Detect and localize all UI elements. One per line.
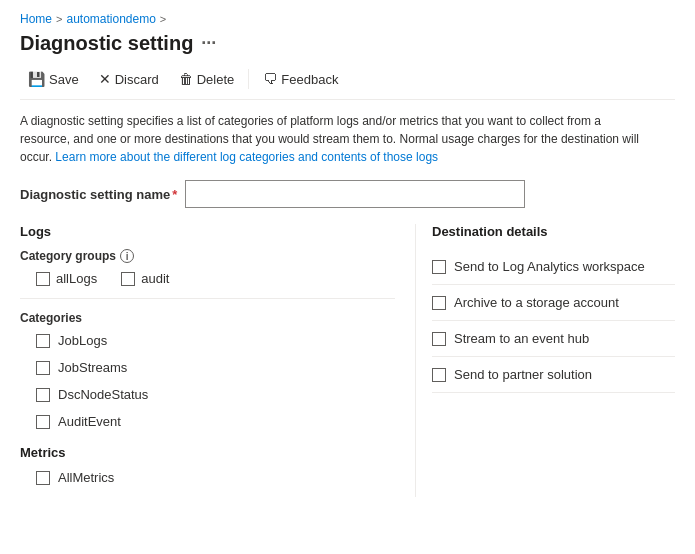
dest-event-hub: Stream to an event hub <box>432 321 675 357</box>
dest-storage-account: Archive to a storage account <box>432 285 675 321</box>
storage-account-checkbox[interactable] <box>432 296 446 310</box>
checkbox-joblogs: JobLogs <box>20 333 395 348</box>
allmetrics-label: AllMetrics <box>58 470 114 485</box>
delete-icon: 🗑 <box>179 71 193 87</box>
page-title: Diagnostic setting <box>20 32 193 55</box>
delete-button[interactable]: 🗑 Delete <box>171 67 243 91</box>
dest-log-analytics: Send to Log Analytics workspace <box>432 249 675 285</box>
discard-icon: ✕ <box>99 71 111 87</box>
storage-account-label: Archive to a storage account <box>454 295 619 310</box>
diagnostic-name-row: Diagnostic setting name* <box>20 180 675 208</box>
save-button[interactable]: 💾 Save <box>20 67 87 91</box>
breadcrumb-sep1: > <box>56 13 62 25</box>
diagnostic-name-label: Diagnostic setting name* <box>20 187 177 202</box>
required-indicator: * <box>172 187 177 202</box>
page-header: Diagnostic setting ··· <box>20 32 675 55</box>
metrics-section-title: Metrics <box>20 445 395 460</box>
joblogs-label: JobLogs <box>58 333 107 348</box>
auditevent-checkbox[interactable] <box>36 415 50 429</box>
checkbox-jobstreams: JobStreams <box>20 360 395 375</box>
partner-solution-checkbox[interactable] <box>432 368 446 382</box>
more-options-icon[interactable]: ··· <box>201 33 216 54</box>
description-link[interactable]: Learn more about the different log categ… <box>55 150 438 164</box>
dscnodestatus-checkbox[interactable] <box>36 388 50 402</box>
discard-label: Discard <box>115 72 159 87</box>
partner-solution-label: Send to partner solution <box>454 367 592 382</box>
category-groups-list: allLogs audit <box>20 271 395 286</box>
joblogs-checkbox[interactable] <box>36 334 50 348</box>
audit-checkbox[interactable] <box>121 272 135 286</box>
toolbar-separator <box>248 69 249 89</box>
toolbar: 💾 Save ✕ Discard 🗑 Delete 🗨 Feedback <box>20 67 675 100</box>
category-groups-info-icon[interactable]: i <box>120 249 134 263</box>
diagnostic-name-input[interactable] <box>185 180 525 208</box>
category-groups-label: Category groups i <box>20 249 395 263</box>
metrics-section: Metrics AllMetrics <box>20 445 395 485</box>
jobstreams-label: JobStreams <box>58 360 127 375</box>
allmetrics-checkbox[interactable] <box>36 471 50 485</box>
jobstreams-checkbox[interactable] <box>36 361 50 375</box>
auditevent-label: AuditEvent <box>58 414 121 429</box>
feedback-label: Feedback <box>281 72 338 87</box>
description: A diagnostic setting specifies a list of… <box>20 112 640 166</box>
categories-label: Categories <box>20 311 395 325</box>
checkbox-audit: audit <box>121 271 169 286</box>
content-area: Logs Category groups i allLogs audit Cat… <box>20 224 675 497</box>
save-label: Save <box>49 72 79 87</box>
discard-button[interactable]: ✕ Discard <box>91 67 167 91</box>
breadcrumb-sep2: > <box>160 13 166 25</box>
right-panel: Destination details Send to Log Analytic… <box>415 224 675 497</box>
breadcrumb-home[interactable]: Home <box>20 12 52 26</box>
allLogs-label: allLogs <box>56 271 97 286</box>
left-panel: Logs Category groups i allLogs audit Cat… <box>20 224 395 497</box>
checkbox-dscnodestatus: DscNodeStatus <box>20 387 395 402</box>
logs-section-title: Logs <box>20 224 395 239</box>
event-hub-checkbox[interactable] <box>432 332 446 346</box>
breadcrumb: Home > automationdemo > <box>20 12 675 26</box>
audit-label: audit <box>141 271 169 286</box>
checkbox-auditevent: AuditEvent <box>20 414 395 429</box>
dscnodestatus-label: DscNodeStatus <box>58 387 148 402</box>
checkbox-allmetrics: AllMetrics <box>20 470 395 485</box>
divider-1 <box>20 298 395 299</box>
log-analytics-checkbox[interactable] <box>432 260 446 274</box>
dest-partner-solution: Send to partner solution <box>432 357 675 393</box>
destination-section-title: Destination details <box>432 224 675 239</box>
breadcrumb-automationdemo[interactable]: automationdemo <box>66 12 155 26</box>
log-analytics-label: Send to Log Analytics workspace <box>454 259 645 274</box>
feedback-button[interactable]: 🗨 Feedback <box>255 67 346 91</box>
feedback-icon: 🗨 <box>263 71 277 87</box>
event-hub-label: Stream to an event hub <box>454 331 589 346</box>
save-icon: 💾 <box>28 71 45 87</box>
delete-label: Delete <box>197 72 235 87</box>
allLogs-checkbox[interactable] <box>36 272 50 286</box>
checkbox-allLogs: allLogs <box>36 271 97 286</box>
